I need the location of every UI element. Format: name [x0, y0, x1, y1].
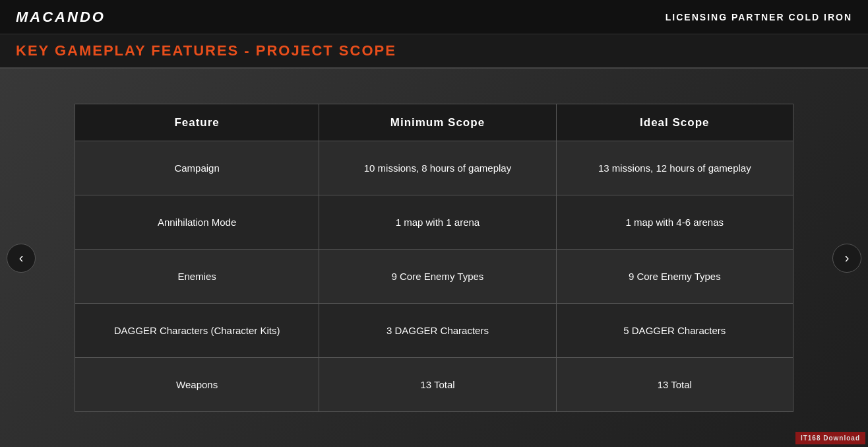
main-content: ‹ Feature Minimum Scope Ideal Scope Camp… [0, 69, 868, 447]
cell-ideal-scope: 13 missions, 12 hours of gameplay [556, 141, 793, 195]
cell-min-scope: 3 DAGGER Characters [319, 304, 556, 358]
chevron-right-icon: › [845, 250, 850, 265]
column-header-min-scope: Minimum Scope [319, 104, 556, 141]
cell-min-scope: 9 Core Enemy Types [319, 250, 556, 304]
cell-min-scope: 1 map with 1 arena [319, 195, 556, 250]
cell-feature: DAGGER Characters (Character Kits) [75, 304, 319, 358]
partner-name: COLD IRON [788, 12, 852, 22]
cell-ideal-scope: 5 DAGGER Characters [556, 304, 793, 358]
cell-feature: Weapons [75, 358, 319, 412]
page-title: KEY GAMEPLAY FEATURES - PROJECT SCOPE [16, 42, 396, 59]
cell-min-scope: 10 missions, 8 hours of gameplay [319, 141, 556, 195]
watermark: IT168 Download [795, 432, 865, 444]
table-header-row: Feature Minimum Scope Ideal Scope [75, 104, 793, 141]
table-row: Enemies9 Core Enemy Types9 Core Enemy Ty… [75, 250, 793, 304]
cell-feature: Enemies [75, 250, 319, 304]
header: MACANDO LICENSING PARTNER COLD IRON [0, 0, 868, 34]
table-row: Weapons13 Total13 Total [75, 358, 793, 412]
cell-min-scope: 13 Total [319, 358, 556, 412]
title-bar: KEY GAMEPLAY FEATURES - PROJECT SCOPE [0, 34, 868, 69]
feature-table: Feature Minimum Scope Ideal Scope Campai… [75, 104, 793, 412]
column-header-ideal-scope: Ideal Scope [556, 104, 793, 141]
chevron-left-icon: ‹ [19, 250, 24, 265]
prev-button[interactable]: ‹ [7, 244, 36, 273]
partner-label: LICENSING PARTNER [666, 12, 785, 22]
cell-ideal-scope: 13 Total [556, 358, 793, 412]
table-row: DAGGER Characters (Character Kits)3 DAGG… [75, 304, 793, 358]
watermark-text: IT168 Download [795, 432, 865, 444]
column-header-feature: Feature [75, 104, 319, 141]
table-row: Campaign10 missions, 8 hours of gameplay… [75, 141, 793, 195]
logo: MACANDO [16, 9, 106, 26]
cell-ideal-scope: 1 map with 4-6 arenas [556, 195, 793, 250]
cell-feature: Annihilation Mode [75, 195, 319, 250]
next-button[interactable]: › [832, 244, 861, 273]
table-row: Annihilation Mode1 map with 1 arena1 map… [75, 195, 793, 250]
cell-feature: Campaign [75, 141, 319, 195]
cell-ideal-scope: 9 Core Enemy Types [556, 250, 793, 304]
partner-info: LICENSING PARTNER COLD IRON [666, 12, 852, 22]
